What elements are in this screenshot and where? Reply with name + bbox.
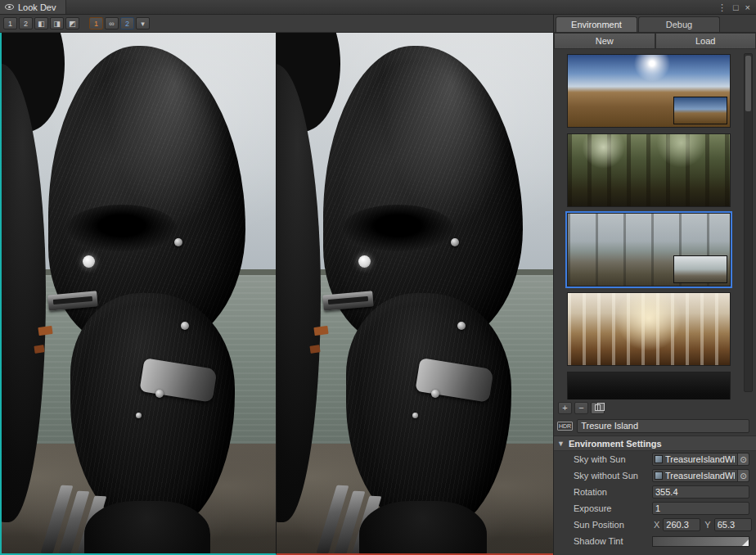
sun-position-row: Sun Position X Y ☀: [554, 517, 756, 533]
viewport-1[interactable]: [0, 33, 277, 555]
split-vertical-icon[interactable]: ◧: [34, 17, 48, 29]
sky-without-sun-row: Sky without Sun TreasureIslandWh ⊙: [554, 467, 756, 484]
lookdev-window: Look Dev ⋮ □ × 1 2 ◧ ◨ ◩ 1 ∞ 2 ▾: [0, 0, 756, 555]
rotation-input[interactable]: [652, 485, 749, 499]
rotation-label: Rotation: [574, 487, 652, 497]
window-controls: ⋮ □ ×: [718, 0, 756, 14]
rivet: [412, 413, 418, 418]
env-thumbnail-forest[interactable]: [567, 133, 731, 207]
sun-x-label: X: [654, 520, 659, 530]
env-thumbnail-dark[interactable]: [567, 372, 731, 399]
menu-icon[interactable]: ⋮: [718, 0, 727, 15]
maximize-icon[interactable]: □: [733, 0, 739, 15]
sun-y-label: Y: [704, 520, 710, 530]
env-list-tools: + −: [554, 399, 756, 416]
titlebar: Look Dev ⋮ □ ×: [0, 0, 756, 15]
cubemap-thumbnail-icon: [655, 455, 663, 463]
shadow-tint-row: Shadow Tint: [554, 533, 756, 549]
env-actions: New Load: [554, 33, 756, 49]
rivet: [431, 390, 439, 398]
exposure-input[interactable]: [652, 502, 749, 515]
robot-neck: [84, 501, 210, 555]
robot-brow: [343, 205, 453, 251]
sky-with-sun-row: Sky with Sun TreasureIslandWh ⊙: [554, 451, 756, 467]
lookdev-eye-icon: [5, 4, 14, 10]
robot-head: [277, 33, 553, 553]
exposure-label: Exposure: [574, 503, 652, 513]
environment-name-input[interactable]: [577, 419, 749, 433]
robot-brow: [67, 205, 177, 251]
sun-position-label: Sun Position: [574, 520, 652, 530]
sky-with-sun-object-field[interactable]: TreasureIslandWh ⊙: [652, 453, 749, 466]
load-button[interactable]: Load: [655, 33, 756, 49]
object-picker-icon[interactable]: ⊙: [737, 453, 749, 465]
sun-y-input[interactable]: [714, 518, 752, 531]
sky-with-sun-value: TreasureIslandWh: [665, 454, 735, 464]
thumbnail-inset: [673, 255, 727, 283]
split-diagonal-icon[interactable]: ◩: [65, 17, 79, 29]
robot-shoulder: [277, 64, 321, 522]
orange-accent: [38, 326, 53, 336]
duplicate-environment-button[interactable]: [591, 402, 605, 414]
view-single-1-button[interactable]: 1: [3, 17, 17, 29]
exposure-row: Exposure: [554, 500, 756, 517]
scrollbar-thumb[interactable]: [745, 56, 751, 111]
orange-accent: [313, 326, 328, 336]
foldout-arrow-icon[interactable]: ▼: [557, 440, 565, 448]
sun-x-input[interactable]: [663, 518, 700, 531]
tab-debug[interactable]: Debug: [638, 16, 720, 32]
lookdev-toolbar: 1 2 ◧ ◨ ◩ 1 ∞ 2 ▾: [0, 15, 553, 33]
shadow-tint-color-swatch[interactable]: [652, 536, 749, 547]
robot-eye: [358, 255, 371, 268]
robot-shoulder: [0, 64, 46, 522]
rivet: [155, 390, 164, 398]
sky-without-sun-object-field[interactable]: TreasureIslandWh ⊙: [652, 469, 749, 482]
compare-view-1-button[interactable]: 1: [89, 17, 103, 29]
env-thumbnail-church-interior[interactable]: [567, 292, 731, 366]
env-thumbnail-desert-sun[interactable]: [567, 54, 731, 128]
environment-list: [554, 49, 756, 399]
sky-with-sun-label: Sky with Sun: [574, 454, 652, 464]
sky-without-sun-value: TreasureIslandWh: [665, 471, 735, 481]
settings-header-label: Environment Settings: [569, 439, 662, 449]
object-picker-icon[interactable]: ⊙: [737, 470, 749, 481]
orange-accent: [34, 345, 45, 353]
viewport-area: [0, 33, 553, 555]
rotation-row: Rotation: [554, 484, 756, 500]
orange-accent: [309, 345, 320, 353]
view-single-2-button[interactable]: 2: [19, 17, 33, 29]
split-horizontal-icon[interactable]: ◨: [50, 17, 64, 29]
robot-eye: [83, 255, 95, 268]
sky-without-sun-label: Sky without Sun: [574, 471, 652, 481]
window-tab[interactable]: Look Dev: [0, 0, 66, 14]
close-icon[interactable]: ×: [745, 0, 750, 15]
window-title: Look Dev: [18, 2, 56, 12]
scrollbar[interactable]: [744, 53, 753, 392]
remove-environment-button[interactable]: −: [574, 402, 588, 414]
environment-settings-header[interactable]: ▼ Environment Settings: [554, 435, 756, 451]
hdr-badge-icon: HDR: [557, 422, 573, 431]
shadow-tint-label: Shadow Tint: [574, 536, 652, 546]
render-scene-2: [277, 33, 553, 553]
add-environment-button[interactable]: +: [558, 402, 572, 414]
viewport-2[interactable]: [277, 33, 553, 555]
render-scene-1: [2, 33, 276, 553]
robot-neck: [359, 501, 486, 555]
cubemap-thumbnail-icon: [655, 472, 663, 480]
environment-panel: Environment Debug New Load: [553, 15, 756, 555]
new-button[interactable]: New: [554, 33, 655, 49]
copy-icon: [595, 404, 601, 411]
compare-view-2-button[interactable]: 2: [120, 17, 134, 29]
thumbnail-inset: [673, 97, 727, 124]
tab-environment[interactable]: Environment: [556, 16, 637, 32]
panel-tabs: Environment Debug: [554, 15, 756, 33]
view-dropdown-icon[interactable]: ▾: [136, 17, 150, 29]
hdr-name-row: HDR: [554, 416, 756, 435]
robot-head: [2, 33, 276, 553]
link-views-icon[interactable]: ∞: [105, 17, 119, 29]
env-thumbnail-treasure-island[interactable]: [567, 213, 731, 287]
